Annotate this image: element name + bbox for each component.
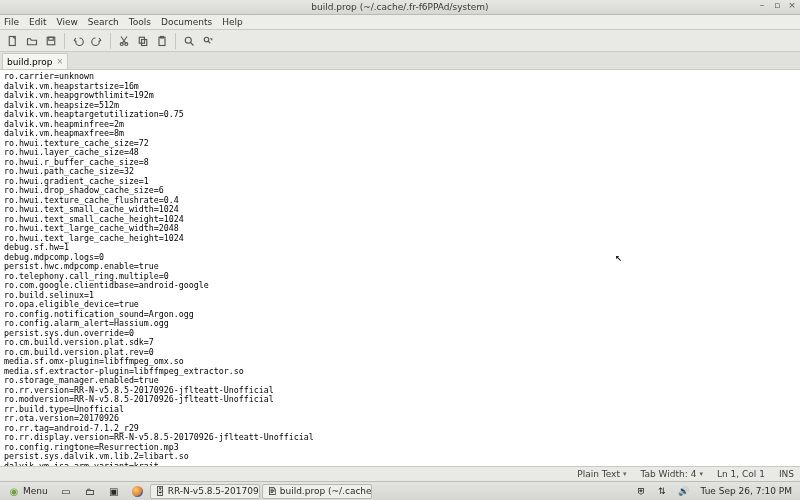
text-editor[interactable]: ro.carrier=unknown dalvik.vm.heapstartsi…: [0, 70, 800, 466]
minimize-button[interactable]: –: [756, 1, 768, 11]
tab-close-icon[interactable]: ×: [56, 57, 63, 66]
tab-buildprop[interactable]: build.prop ×: [2, 53, 68, 69]
desktop-icon: ▭: [60, 485, 72, 497]
taskbar-item-editor[interactable]: 🖹build.prop (~/.cache/.f...: [262, 484, 372, 499]
taskbar: ◉Menu ▭ 🗀 ▣ 🗄RR-N-v5.8.5-2017092... 🖹bui…: [0, 481, 800, 500]
cut-button[interactable]: [115, 32, 133, 50]
undo-button[interactable]: [69, 32, 87, 50]
folder-icon: 🗀: [84, 485, 96, 497]
firefox-icon: [132, 486, 143, 497]
save-button[interactable]: [42, 32, 60, 50]
tray-volume-icon[interactable]: 🔊: [673, 484, 694, 499]
tray-shield-icon[interactable]: ⛨: [632, 484, 651, 499]
menu-search[interactable]: Search: [88, 17, 119, 27]
cursor-position: Ln 1, Col 1: [717, 469, 765, 479]
file-manager-launcher[interactable]: 🗀: [79, 484, 101, 499]
mouse-cursor-icon: ↖: [615, 253, 622, 263]
syntax-mode-selector[interactable]: Plain Text▾: [577, 469, 626, 479]
chevron-down-icon: ▾: [699, 470, 703, 478]
terminal-icon: ▣: [108, 485, 120, 497]
app-window: build.prop (~/.cache/.fr-f6PPAd/system) …: [0, 0, 800, 500]
window-controls: – ▫ ×: [756, 1, 798, 11]
tabbar: build.prop ×: [0, 52, 800, 70]
new-file-button[interactable]: [4, 32, 22, 50]
menubar: File Edit View Search Tools Documents He…: [0, 15, 800, 30]
search-button[interactable]: [180, 32, 198, 50]
menu-view[interactable]: View: [57, 17, 78, 27]
menu-tools[interactable]: Tools: [129, 17, 151, 27]
svg-point-9: [185, 37, 191, 43]
toolbar-separator: [175, 33, 176, 49]
text-file-icon: 🖹: [267, 485, 277, 497]
show-desktop-button[interactable]: ▭: [55, 484, 77, 499]
svg-rect-2: [49, 37, 54, 40]
maximize-button[interactable]: ▫: [771, 1, 783, 11]
taskbar-item-archive[interactable]: 🗄RR-N-v5.8.5-2017092...: [150, 484, 260, 499]
chevron-down-icon: ▾: [623, 470, 627, 478]
toolbar: [0, 30, 800, 52]
start-menu-button[interactable]: ◉Menu: [3, 484, 53, 499]
tab-label: build.prop: [7, 57, 52, 67]
tray-clock[interactable]: Tue Sep 26, 7:10 PM: [696, 484, 798, 499]
tab-width-selector[interactable]: Tab Width: 4▾: [640, 469, 703, 479]
insert-mode[interactable]: INS: [779, 469, 794, 479]
archive-icon: 🗄: [155, 485, 165, 497]
replace-button[interactable]: [199, 32, 217, 50]
window-title: build.prop (~/.cache/.fr-f6PPAd/system): [0, 2, 800, 12]
firefox-launcher[interactable]: [127, 484, 148, 499]
terminal-launcher[interactable]: ▣: [103, 484, 125, 499]
menu-file[interactable]: File: [4, 17, 19, 27]
redo-button[interactable]: [88, 32, 106, 50]
tray-network-icon[interactable]: ⇅: [653, 484, 671, 499]
menu-help[interactable]: Help: [222, 17, 243, 27]
menu-edit[interactable]: Edit: [29, 17, 46, 27]
copy-button[interactable]: [134, 32, 152, 50]
open-file-button[interactable]: [23, 32, 41, 50]
toolbar-separator: [64, 33, 65, 49]
paste-button[interactable]: [153, 32, 171, 50]
mint-logo-icon: ◉: [8, 485, 20, 497]
statusbar: Plain Text▾ Tab Width: 4▾ Ln 1, Col 1 IN…: [0, 466, 800, 481]
titlebar[interactable]: build.prop (~/.cache/.fr-f6PPAd/system) …: [0, 0, 800, 15]
menu-documents[interactable]: Documents: [161, 17, 212, 27]
toolbar-separator: [110, 33, 111, 49]
close-button[interactable]: ×: [786, 1, 798, 11]
